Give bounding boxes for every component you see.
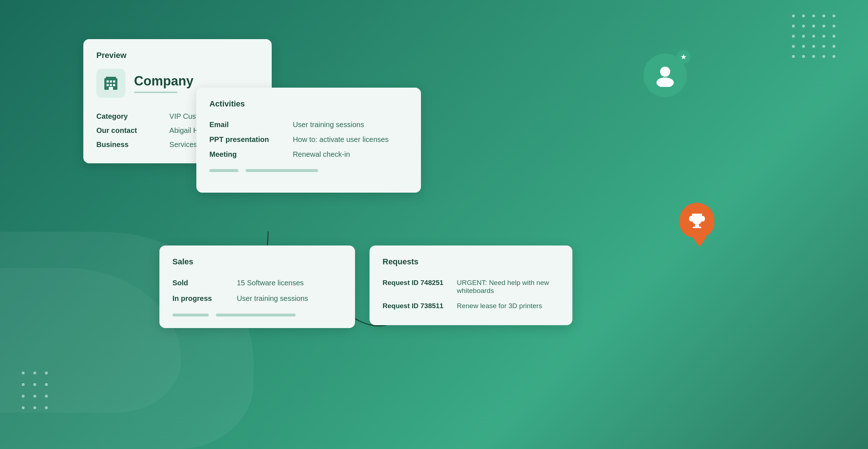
requests-card: Requests Request ID 748251 URGENT: Need …	[370, 246, 572, 325]
activity-label: Meeting	[209, 147, 293, 162]
company-icon	[96, 69, 125, 98]
request-value: URGENT: Need help with new whiteboards	[457, 275, 559, 298]
dot-grid-top-right	[792, 14, 839, 62]
activity-label: Email	[209, 117, 293, 132]
table-row: Request ID 748251 URGENT: Need help with…	[383, 275, 559, 298]
activity-label: PPT presentation	[209, 132, 293, 147]
table-row: Email User training sessions	[209, 117, 408, 132]
footer-bar-1	[172, 314, 209, 316]
trophy-tail	[692, 237, 707, 247]
requests-table: Request ID 748251 URGENT: Need help with…	[383, 275, 559, 314]
activities-card: Activities Email User training sessions …	[196, 88, 421, 193]
field-label: Our contact	[96, 123, 170, 138]
svg-rect-10	[110, 80, 112, 83]
activity-value: User training sessions	[293, 117, 408, 132]
table-row: Request ID 738511 Renew lease for 3D pri…	[383, 298, 559, 314]
footer-bar-1	[209, 169, 238, 172]
preview-card-title: Preview	[96, 51, 259, 60]
svg-rect-12	[107, 84, 109, 86]
request-label: Request ID 738511	[383, 298, 457, 314]
table-row: Sold 15 Software licenses	[172, 275, 342, 291]
sales-footer-bars	[172, 314, 342, 316]
company-underline	[134, 92, 178, 93]
activities-card-title: Activities	[209, 99, 408, 109]
table-row: Meeting Renewal check-in	[209, 147, 408, 162]
svg-point-0	[660, 67, 670, 77]
requests-card-title: Requests	[383, 257, 559, 267]
avatar-container: ★	[643, 54, 687, 97]
sales-table: Sold 15 Software licenses In progress Us…	[172, 275, 342, 306]
company-name: Company	[134, 74, 193, 89]
request-value: Renew lease for 3D printers	[457, 298, 559, 314]
activity-value: How to: activate user licenses	[293, 132, 408, 147]
svg-point-1	[656, 77, 674, 87]
footer-bar-2	[246, 169, 318, 172]
field-label: Business	[96, 138, 170, 152]
sales-card-title: Sales	[172, 257, 342, 267]
dot-grid-bottom-left	[22, 372, 51, 413]
svg-rect-13	[110, 84, 112, 86]
svg-rect-15	[109, 87, 113, 90]
request-label: Request ID 748251	[383, 275, 457, 298]
table-row: In progress User training sessions	[172, 291, 342, 306]
activity-value: Renewal check-in	[293, 147, 408, 162]
svg-rect-11	[113, 80, 115, 83]
svg-rect-9	[107, 80, 109, 83]
activities-footer-bars	[209, 169, 408, 172]
trophy-circle	[680, 203, 714, 238]
sales-card: Sales Sold 15 Software licenses In progr…	[159, 246, 355, 328]
activities-table: Email User training sessions PPT present…	[209, 117, 408, 162]
footer-bar-2	[216, 314, 296, 316]
field-label: Category	[96, 109, 170, 123]
sales-label: In progress	[172, 291, 237, 306]
svg-rect-14	[113, 84, 115, 86]
svg-rect-2	[695, 224, 699, 227]
table-row: PPT presentation How to: activate user l…	[209, 132, 408, 147]
trophy-badge	[680, 203, 719, 246]
svg-rect-3	[693, 227, 701, 228]
sales-value: 15 Software licenses	[237, 275, 342, 291]
sales-label: Sold	[172, 275, 237, 291]
company-info: Company	[134, 74, 193, 93]
sales-value: User training sessions	[237, 291, 342, 306]
svg-rect-8	[106, 77, 116, 80]
star-badge: ★	[677, 50, 690, 64]
